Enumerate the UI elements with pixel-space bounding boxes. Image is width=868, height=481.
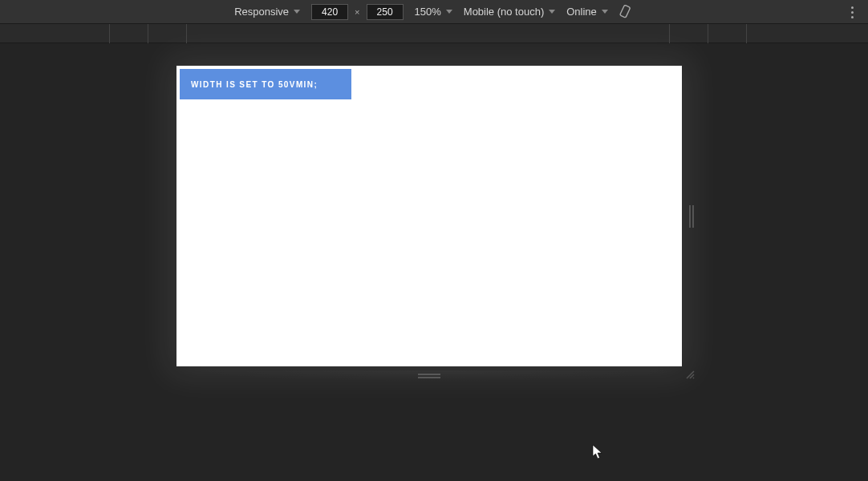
rotate-button[interactable] [619, 5, 634, 19]
viewport-width-input[interactable] [311, 4, 348, 20]
chevron-down-icon [294, 10, 300, 14]
resize-handle-right[interactable] [687, 203, 696, 230]
cursor-icon [592, 444, 603, 460]
viewport-size-controls: × [311, 4, 403, 20]
dimension-separator: × [355, 7, 359, 17]
ruler-tick [186, 24, 187, 43]
kebab-dot [851, 16, 854, 18]
ruler-tick [148, 24, 148, 43]
emulation-stage: WIDTH IS SET TO 50VMIN; [0, 43, 868, 481]
more-options-button[interactable] [846, 0, 858, 24]
network-select-label: Online [566, 6, 597, 18]
breakpoint-ruler[interactable] [0, 24, 868, 43]
device-select[interactable]: Responsive [234, 6, 300, 18]
throttling-select-label: Mobile (no touch) [464, 6, 544, 18]
page-content-badge: WIDTH IS SET TO 50VMIN; [180, 69, 351, 99]
viewport-shadow [185, 370, 690, 382]
svg-rect-0 [619, 5, 630, 18]
zoom-select-label: 150% [415, 6, 441, 18]
kebab-dot [851, 11, 854, 14]
viewport-height-input[interactable] [367, 4, 404, 20]
throttling-select[interactable]: Mobile (no touch) [464, 6, 555, 18]
chevron-down-icon [602, 10, 608, 14]
chevron-down-icon [549, 10, 555, 14]
ruler-tick [109, 24, 110, 43]
network-select[interactable]: Online [566, 6, 608, 18]
emulated-viewport[interactable]: WIDTH IS SET TO 50VMIN; [176, 66, 682, 366]
ruler-tick [708, 24, 708, 43]
device-toolbar: Responsive × 150% Mobile (no touch) Onli… [0, 0, 868, 24]
zoom-select[interactable]: 150% [415, 6, 452, 18]
toolbar-controls: Responsive × 150% Mobile (no touch) Onli… [234, 4, 634, 20]
ruler-tick [669, 24, 670, 43]
chevron-down-icon [446, 10, 452, 14]
viewport-container: WIDTH IS SET TO 50VMIN; [176, 66, 682, 366]
ruler-tick [746, 24, 747, 43]
kebab-dot [851, 6, 854, 9]
device-select-label: Responsive [234, 6, 289, 18]
